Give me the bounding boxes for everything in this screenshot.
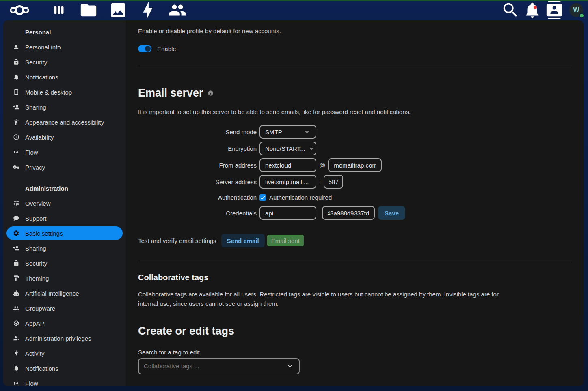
toggle-switch[interactable] xyxy=(138,45,151,52)
flow-icon xyxy=(13,149,19,155)
sidebar-item-personal-info[interactable]: Personal info xyxy=(6,40,123,54)
notification-badge xyxy=(534,6,537,9)
from-address-local-input[interactable] xyxy=(259,158,316,172)
sidebar-item-flow[interactable]: Flow xyxy=(6,376,123,386)
clock-icon xyxy=(13,134,19,140)
settings-content: Enable or disable profile by default for… xyxy=(126,20,584,386)
credentials-login-input[interactable] xyxy=(259,206,316,220)
toggle-label: Enable xyxy=(157,45,176,52)
sidebar-item-flow[interactable]: Flow xyxy=(6,145,123,159)
server-address-label: Server address xyxy=(138,178,257,185)
sidebar-item-notifications[interactable]: Notifications xyxy=(6,70,123,84)
sidebar-item-artificial-intelligence[interactable]: Artificial Intelligence xyxy=(6,286,123,300)
send-mode-select[interactable]: SMTP xyxy=(259,125,316,139)
files-icon[interactable] xyxy=(79,1,98,19)
sidebar-item-notifications[interactable]: Notifications xyxy=(6,361,123,375)
user-status-dot xyxy=(579,13,584,18)
flow-icon xyxy=(13,380,19,386)
bell-icon xyxy=(13,74,19,80)
account-plus-icon xyxy=(13,245,19,251)
credentials-password-input[interactable] xyxy=(322,206,375,220)
nextcloud-logo[interactable] xyxy=(9,4,30,16)
sidebar-item-security[interactable]: Security xyxy=(6,256,123,270)
tag-name-label: Tag name xyxy=(138,386,571,387)
settings-sidebar: PersonalPersonal infoSecurityNotificatio… xyxy=(3,20,126,386)
sidebar-item-security[interactable]: Security xyxy=(6,55,123,69)
authentication-checkbox-label: Authentication required xyxy=(269,194,332,201)
authentication-checkbox[interactable] xyxy=(259,194,266,201)
tag-search-select[interactable]: Collaborative tags ... xyxy=(138,358,300,374)
user-avatar[interactable]: W xyxy=(569,3,583,17)
photos-icon[interactable] xyxy=(109,1,128,19)
app-container: PersonalPersonal infoSecurityNotificatio… xyxy=(3,20,584,386)
app-navigation-icons xyxy=(50,1,187,19)
cellphone-icon xyxy=(13,89,19,95)
account-icon xyxy=(13,44,19,50)
notifications-bell-icon[interactable] xyxy=(523,1,542,19)
top-header-bar: W xyxy=(0,0,588,20)
message-icon xyxy=(13,215,19,221)
encryption-select[interactable]: None/START... xyxy=(259,142,316,155)
collaborative-tags-description: Collaborative tags are available for all… xyxy=(138,290,504,309)
bell-icon xyxy=(13,365,19,372)
lock-icon xyxy=(13,260,19,266)
sidebar-item-privacy[interactable]: Privacy xyxy=(6,160,123,174)
sidebar-item-administration-privileges[interactable]: Administration privileges xyxy=(6,331,123,345)
encryption-label: Encryption xyxy=(138,145,257,152)
key-icon xyxy=(13,164,19,170)
email-server-section: Email server It is important to set up t… xyxy=(138,67,571,262)
profile-enable-toggle[interactable]: Enable xyxy=(138,45,176,52)
sidebar-item-support[interactable]: Support xyxy=(6,211,123,225)
sidebar-section-caption: Personal xyxy=(6,25,123,39)
server-port-input[interactable] xyxy=(324,175,343,189)
sidebar-nav: PersonalPersonal infoSecurityNotificatio… xyxy=(6,25,123,386)
sidebar-item-overview[interactable]: Overview xyxy=(6,196,123,210)
account-cog-icon xyxy=(13,335,19,342)
send-email-button[interactable]: Send email xyxy=(221,234,265,247)
tune-icon xyxy=(13,200,19,206)
paint-icon xyxy=(13,275,19,281)
sidebar-item-appapi[interactable]: AppAPI xyxy=(6,316,123,330)
avatar-initial: W xyxy=(573,6,579,14)
account-multiple-icon xyxy=(13,305,19,312)
sidebar-item-theming[interactable]: Theming xyxy=(6,271,123,285)
sidebar-item-appearance-and-accessibility[interactable]: Appearance and accessibility xyxy=(6,115,123,129)
test-email-label: Test and verify email settings xyxy=(138,237,216,244)
sidebar-item-sharing[interactable]: Sharing xyxy=(6,241,123,255)
sidebar-item-groupware[interactable]: Groupware xyxy=(6,301,123,315)
credentials-label: Credentials xyxy=(138,210,257,217)
from-address-domain-input[interactable] xyxy=(328,158,382,172)
save-button[interactable]: Save xyxy=(378,206,405,220)
sidebar-item-sharing[interactable]: Sharing xyxy=(6,100,123,114)
cube-icon xyxy=(13,320,19,327)
send-mode-value: SMTP xyxy=(265,129,282,135)
search-icon[interactable] xyxy=(501,1,520,19)
dashboard-icon[interactable] xyxy=(50,1,68,19)
contacts-app-icon[interactable] xyxy=(168,1,187,19)
collaborative-tags-section: Collaborative tags Collaborative tags ar… xyxy=(138,262,571,386)
chevron-down-icon xyxy=(286,362,294,370)
send-mode-label: Send mode xyxy=(138,129,257,135)
info-icon[interactable] xyxy=(208,90,214,96)
encryption-value: None/START... xyxy=(265,145,305,152)
collaborative-tags-title: Collaborative tags xyxy=(138,273,571,282)
contacts-menu-icon[interactable] xyxy=(545,1,564,19)
cog-icon xyxy=(13,230,19,236)
sidebar-item-basic-settings[interactable]: Basic settings xyxy=(6,226,123,240)
activity-icon[interactable] xyxy=(138,1,157,19)
email-server-title: Email server xyxy=(138,87,203,99)
email-sent-button[interactable]: Email sent xyxy=(267,235,304,246)
server-address-host-input[interactable] xyxy=(259,175,316,189)
sidebar-item-activity[interactable]: Activity xyxy=(6,346,123,360)
profile-section: Enable or disable profile by default for… xyxy=(138,20,571,67)
email-server-description: It is important to set up this server to… xyxy=(138,108,571,115)
toggle-knob xyxy=(145,46,151,52)
human-icon xyxy=(13,119,19,125)
sidebar-item-mobile-desktop[interactable]: Mobile & desktop xyxy=(6,85,123,99)
chevron-down-icon xyxy=(308,145,315,152)
profile-description: Enable or disable profile by default for… xyxy=(138,28,571,34)
header-right-actions: W xyxy=(501,1,583,19)
account-plus-icon xyxy=(13,104,19,110)
authentication-label: Authentication xyxy=(138,194,257,201)
sidebar-item-availability[interactable]: Availability xyxy=(6,130,123,144)
